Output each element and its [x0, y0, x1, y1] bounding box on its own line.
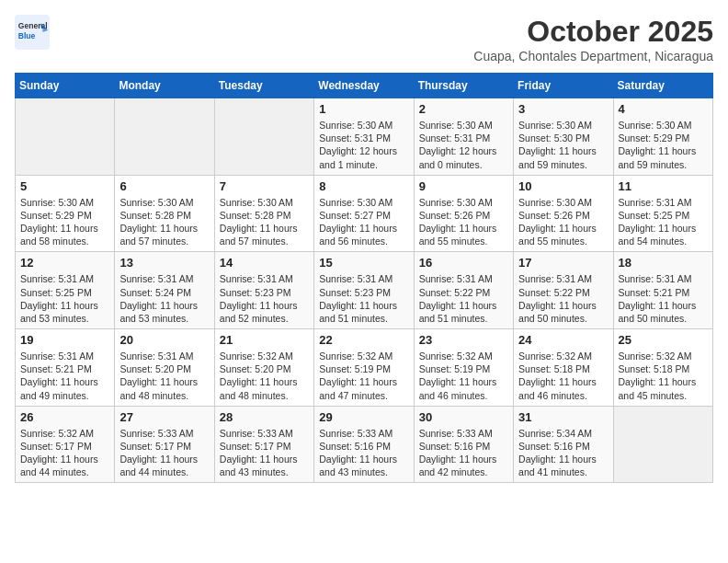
- location: Cuapa, Chontales Department, Nicaragua: [473, 49, 713, 63]
- calendar-cell: 22Sunrise: 5:32 AM Sunset: 5:19 PM Dayli…: [314, 329, 414, 407]
- logo-icon: General Blue: [15, 15, 50, 50]
- calendar-cell: 29Sunrise: 5:33 AM Sunset: 5:16 PM Dayli…: [314, 406, 414, 483]
- calendar-cell: [115, 98, 214, 176]
- day-header-wednesday: Wednesday: [314, 74, 414, 98]
- day-number: 8: [319, 179, 408, 193]
- calendar-cell: 9Sunrise: 5:30 AM Sunset: 5:26 PM Daylig…: [414, 175, 513, 252]
- calendar-cell: 28Sunrise: 5:33 AM Sunset: 5:17 PM Dayli…: [214, 406, 313, 483]
- calendar-cell: 23Sunrise: 5:32 AM Sunset: 5:19 PM Dayli…: [414, 329, 513, 407]
- calendar-cell: 26Sunrise: 5:32 AM Sunset: 5:17 PM Dayli…: [16, 406, 115, 483]
- day-number: 24: [518, 333, 608, 347]
- day-number: 9: [419, 179, 508, 193]
- day-number: 11: [619, 179, 708, 193]
- calendar-cell: 27Sunrise: 5:33 AM Sunset: 5:17 PM Dayli…: [115, 406, 214, 483]
- calendar-cell: 20Sunrise: 5:31 AM Sunset: 5:20 PM Dayli…: [115, 329, 214, 407]
- day-info: Sunrise: 5:31 AM Sunset: 5:25 PM Dayligh…: [619, 196, 708, 248]
- day-number: 6: [119, 179, 209, 193]
- svg-text:Blue: Blue: [18, 31, 36, 40]
- day-info: Sunrise: 5:30 AM Sunset: 5:31 PM Dayligh…: [319, 119, 408, 171]
- day-number: 19: [20, 333, 109, 347]
- calendar-cell: 6Sunrise: 5:30 AM Sunset: 5:28 PM Daylig…: [115, 175, 214, 252]
- calendar-cell: 3Sunrise: 5:30 AM Sunset: 5:30 PM Daylig…: [514, 98, 613, 176]
- calendar-cell: 31Sunrise: 5:34 AM Sunset: 5:16 PM Dayli…: [514, 406, 613, 483]
- day-number: 20: [119, 333, 209, 347]
- day-info: Sunrise: 5:31 AM Sunset: 5:23 PM Dayligh…: [220, 272, 309, 325]
- calendar-cell: 2Sunrise: 5:30 AM Sunset: 5:31 PM Daylig…: [414, 98, 513, 176]
- day-number: 10: [518, 179, 608, 193]
- calendar-cell: [16, 98, 115, 176]
- day-number: 14: [220, 256, 309, 270]
- day-header-tuesday: Tuesday: [214, 74, 313, 98]
- day-info: Sunrise: 5:34 AM Sunset: 5:16 PM Dayligh…: [518, 427, 608, 479]
- calendar-cell: 11Sunrise: 5:31 AM Sunset: 5:25 PM Dayli…: [613, 175, 712, 252]
- day-info: Sunrise: 5:31 AM Sunset: 5:22 PM Dayligh…: [518, 272, 608, 325]
- day-info: Sunrise: 5:32 AM Sunset: 5:18 PM Dayligh…: [619, 350, 708, 402]
- calendar-cell: 1Sunrise: 5:30 AM Sunset: 5:31 PM Daylig…: [314, 98, 414, 176]
- day-number: 23: [419, 333, 508, 347]
- title-area: October 2025 Cuapa, Chontales Department…: [473, 15, 713, 63]
- calendar-cell: [613, 406, 712, 483]
- day-info: Sunrise: 5:31 AM Sunset: 5:25 PM Dayligh…: [20, 272, 109, 325]
- day-number: 26: [20, 410, 109, 424]
- calendar-cell: 21Sunrise: 5:32 AM Sunset: 5:20 PM Dayli…: [214, 329, 313, 407]
- day-number: 5: [20, 179, 109, 193]
- day-number: 28: [220, 410, 309, 424]
- calendar-cell: 5Sunrise: 5:30 AM Sunset: 5:29 PM Daylig…: [16, 175, 115, 252]
- calendar-cell: 12Sunrise: 5:31 AM Sunset: 5:25 PM Dayli…: [16, 252, 115, 329]
- calendar-cell: 19Sunrise: 5:31 AM Sunset: 5:21 PM Dayli…: [16, 329, 115, 407]
- day-info: Sunrise: 5:31 AM Sunset: 5:24 PM Dayligh…: [119, 272, 209, 325]
- calendar-cell: 14Sunrise: 5:31 AM Sunset: 5:23 PM Dayli…: [214, 252, 313, 329]
- day-info: Sunrise: 5:32 AM Sunset: 5:19 PM Dayligh…: [319, 350, 408, 402]
- month-title: October 2025: [473, 15, 713, 49]
- day-info: Sunrise: 5:32 AM Sunset: 5:18 PM Dayligh…: [518, 350, 608, 402]
- day-number: 13: [119, 256, 209, 270]
- day-number: 30: [419, 410, 508, 424]
- day-info: Sunrise: 5:31 AM Sunset: 5:23 PM Dayligh…: [319, 272, 408, 325]
- logo: General Blue: [15, 15, 50, 50]
- calendar-cell: 25Sunrise: 5:32 AM Sunset: 5:18 PM Dayli…: [613, 329, 712, 407]
- calendar-header-row: SundayMondayTuesdayWednesdayThursdayFrid…: [16, 74, 713, 98]
- calendar-cell: 4Sunrise: 5:30 AM Sunset: 5:29 PM Daylig…: [613, 98, 712, 176]
- day-info: Sunrise: 5:30 AM Sunset: 5:27 PM Dayligh…: [319, 196, 408, 248]
- calendar-cell: 24Sunrise: 5:32 AM Sunset: 5:18 PM Dayli…: [514, 329, 613, 407]
- day-info: Sunrise: 5:30 AM Sunset: 5:30 PM Dayligh…: [518, 119, 608, 171]
- calendar-cell: 17Sunrise: 5:31 AM Sunset: 5:22 PM Dayli…: [514, 252, 613, 329]
- day-number: 1: [319, 102, 408, 116]
- day-number: 21: [220, 333, 309, 347]
- day-number: 22: [319, 333, 408, 347]
- calendar: SundayMondayTuesdayWednesdayThursdayFrid…: [15, 73, 713, 483]
- day-header-sunday: Sunday: [16, 74, 115, 98]
- calendar-week-3: 12Sunrise: 5:31 AM Sunset: 5:25 PM Dayli…: [16, 252, 713, 329]
- day-info: Sunrise: 5:31 AM Sunset: 5:21 PM Dayligh…: [619, 272, 708, 325]
- day-number: 25: [619, 333, 708, 347]
- day-number: 15: [319, 256, 408, 270]
- day-info: Sunrise: 5:30 AM Sunset: 5:26 PM Dayligh…: [419, 196, 508, 248]
- calendar-week-1: 1Sunrise: 5:30 AM Sunset: 5:31 PM Daylig…: [16, 98, 713, 176]
- day-info: Sunrise: 5:30 AM Sunset: 5:28 PM Dayligh…: [220, 196, 309, 248]
- day-header-monday: Monday: [115, 74, 214, 98]
- day-info: Sunrise: 5:30 AM Sunset: 5:26 PM Dayligh…: [518, 196, 608, 248]
- calendar-cell: [214, 98, 313, 176]
- day-number: 3: [518, 102, 608, 116]
- day-header-saturday: Saturday: [613, 74, 712, 98]
- day-info: Sunrise: 5:31 AM Sunset: 5:20 PM Dayligh…: [119, 350, 209, 402]
- day-number: 17: [518, 256, 608, 270]
- calendar-week-4: 19Sunrise: 5:31 AM Sunset: 5:21 PM Dayli…: [16, 329, 713, 407]
- day-info: Sunrise: 5:31 AM Sunset: 5:21 PM Dayligh…: [20, 350, 109, 402]
- day-info: Sunrise: 5:32 AM Sunset: 5:19 PM Dayligh…: [419, 350, 508, 402]
- calendar-cell: 15Sunrise: 5:31 AM Sunset: 5:23 PM Dayli…: [314, 252, 414, 329]
- header: General Blue October 2025 Cuapa, Chontal…: [15, 15, 713, 63]
- day-info: Sunrise: 5:30 AM Sunset: 5:31 PM Dayligh…: [419, 119, 508, 171]
- day-info: Sunrise: 5:33 AM Sunset: 5:17 PM Dayligh…: [220, 427, 309, 479]
- day-info: Sunrise: 5:33 AM Sunset: 5:16 PM Dayligh…: [319, 427, 408, 479]
- day-number: 7: [220, 179, 309, 193]
- day-number: 2: [419, 102, 508, 116]
- day-number: 16: [419, 256, 508, 270]
- calendar-week-5: 26Sunrise: 5:32 AM Sunset: 5:17 PM Dayli…: [16, 406, 713, 483]
- calendar-cell: 30Sunrise: 5:33 AM Sunset: 5:16 PM Dayli…: [414, 406, 513, 483]
- calendar-week-2: 5Sunrise: 5:30 AM Sunset: 5:29 PM Daylig…: [16, 175, 713, 252]
- day-info: Sunrise: 5:33 AM Sunset: 5:16 PM Dayligh…: [419, 427, 508, 479]
- day-info: Sunrise: 5:30 AM Sunset: 5:29 PM Dayligh…: [619, 119, 708, 171]
- calendar-cell: 7Sunrise: 5:30 AM Sunset: 5:28 PM Daylig…: [214, 175, 313, 252]
- day-info: Sunrise: 5:30 AM Sunset: 5:29 PM Dayligh…: [20, 196, 109, 248]
